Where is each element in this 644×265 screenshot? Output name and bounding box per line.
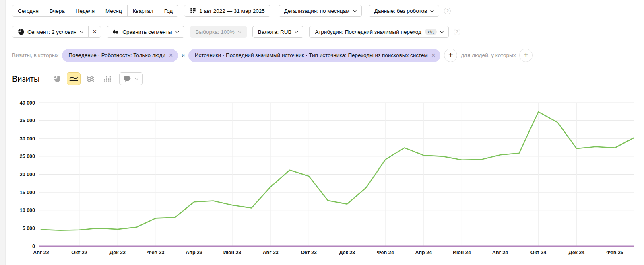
period-month-button[interactable]: Месяц — [100, 5, 128, 17]
pie-segment-icon — [18, 29, 24, 35]
x-axis-tick-label: Дек 23 — [339, 250, 355, 255]
x-axis-tick-label: Июн 23 — [223, 250, 242, 255]
date-range-button[interactable]: 1 авг 2022 — 31 мар 2025 — [184, 5, 270, 17]
x-axis-tick-label: Авг 24 — [492, 250, 508, 255]
y-axis-tick-label: 25 000 — [20, 154, 35, 159]
period-year-button[interactable]: Год — [159, 5, 179, 17]
y-axis-tick-label: 10 000 — [20, 207, 35, 213]
chevron-down-icon — [353, 8, 357, 12]
x-axis-tick-label: Фев 23 — [147, 250, 165, 255]
chevron-down-icon — [440, 29, 444, 33]
metrica-report-page: Сегодня Вчера Неделя Месяц Квартал Год 1… — [0, 0, 644, 261]
help-icon[interactable]: ? — [444, 8, 451, 14]
x-axis-tick-label: Апр 23 — [186, 250, 202, 255]
pie-chart-icon — [53, 75, 60, 82]
remove-filter-icon[interactable]: × — [431, 52, 435, 59]
y-axis-tick-label: 40 000 — [20, 100, 35, 106]
toolbar-row-segments: Сегмент: 2 условия × Сравнить сегменты В… — [12, 26, 644, 38]
currency-label: Валюта: RUB — [258, 29, 292, 35]
sampling-label: Выборка: 100% — [196, 29, 235, 35]
detalization-label: Детализация: по месяцам — [284, 8, 350, 14]
sampling-dropdown[interactable]: Выборка: 100% — [190, 26, 247, 38]
segment-dropdown[interactable]: Сегмент: 2 условия — [12, 26, 89, 38]
x-axis-tick-label: Дек 24 — [569, 250, 585, 255]
x-axis-tick-label: Фев 25 — [606, 250, 623, 255]
chevron-down-icon — [80, 29, 84, 33]
toolbar-row-periods: Сегодня Вчера Неделя Месяц Квартал Год 1… — [12, 5, 644, 17]
drops-icon — [112, 29, 119, 35]
filter-chip-robots[interactable]: Поведение · Роботность: Только люди × — [62, 49, 178, 62]
filter-prefix-label: Визиты, в которых — [12, 52, 58, 58]
y-axis-tick-label: 5 000 — [23, 226, 35, 231]
x-axis-tick-label: Окт 22 — [71, 250, 87, 255]
chart-type-switcher — [50, 72, 143, 85]
currency-dropdown[interactable]: Валюта: RUB — [252, 26, 304, 38]
filter-chip-label: Поведение · Роботность: Только люди — [68, 52, 165, 58]
x-axis-tick-label: Апр 24 — [415, 250, 432, 255]
chevron-down-icon — [175, 29, 179, 33]
chevron-down-icon — [295, 29, 299, 33]
compare-segments-label: Сравнить сегменты — [122, 29, 172, 35]
metric-title: Визиты — [12, 74, 39, 84]
filter-chip-label: Источники · Последний значимый источник … — [195, 52, 428, 58]
calendar-grid-icon — [190, 8, 196, 14]
filter-chips-row: Визиты, в которых Поведение · Роботность… — [12, 49, 644, 62]
x-axis-tick-label: Окт 24 — [530, 250, 547, 255]
annotations-dropdown[interactable] — [119, 72, 143, 85]
filter-chip-source[interactable]: Источники · Последний значимый источник … — [188, 49, 440, 62]
pie-chart-type-button[interactable] — [50, 72, 64, 85]
columns-chart-icon — [104, 76, 111, 82]
period-week-button[interactable]: Неделя — [70, 5, 100, 17]
x-axis-tick-label: Авг 22 — [33, 250, 49, 255]
help-icon[interactable]: ? — [454, 29, 460, 35]
y-axis-tick-label: 35 000 — [20, 118, 35, 123]
metric-header-row: Визиты — [12, 72, 644, 85]
period-today-button[interactable]: Сегодня — [12, 5, 44, 17]
period-button-group: Сегодня Вчера Неделя Месяц Квартал Год — [12, 5, 178, 17]
date-range-label: 1 авг 2022 — 31 мар 2025 — [199, 8, 265, 14]
x-axis-tick-label: Дек 22 — [109, 250, 126, 255]
compare-segments-dropdown[interactable]: Сравнить сегменты — [107, 26, 184, 38]
y-axis-tick-label: 0 — [32, 244, 35, 249]
period-yesterday-button[interactable]: Вчера — [44, 5, 70, 17]
stacked-lines-icon — [87, 76, 95, 82]
attribution-label: Атрибуция: Последний значимый переход — [315, 29, 421, 35]
attribution-model-badge: к/д — [425, 29, 437, 35]
chevron-down-icon — [430, 8, 434, 12]
attribution-dropdown[interactable]: Атрибуция: Последний значимый переход к/… — [309, 26, 448, 38]
segment-label: Сегмент: 2 условия — [27, 29, 76, 35]
y-axis-tick-label: 20 000 — [20, 172, 35, 177]
visits-line — [41, 112, 634, 230]
add-user-condition-button[interactable]: + — [519, 49, 533, 62]
segment-clear-button[interactable]: × — [88, 26, 101, 38]
filter-suffix-label: для людей, у которых — [461, 52, 516, 58]
detalization-dropdown[interactable]: Детализация: по месяцам — [279, 5, 362, 17]
data-mode-dropdown[interactable]: Данные: без роботов — [369, 5, 440, 17]
filter-conjunction: и — [182, 52, 185, 58]
y-axis-tick-label: 30 000 — [20, 136, 35, 142]
comment-bubble-icon — [124, 76, 131, 82]
x-axis-tick-label: Фев 24 — [377, 250, 394, 255]
x-axis-tick-label: Окт 23 — [301, 250, 317, 255]
line-chart-icon — [69, 76, 78, 82]
chevron-down-icon — [135, 76, 139, 80]
visits-chart: 05 00010 00015 00020 00025 00030 00035 0… — [14, 98, 636, 261]
stacked-area-type-button[interactable] — [84, 72, 97, 85]
y-axis-tick-label: 15 000 — [20, 190, 35, 195]
data-mode-label: Данные: без роботов — [374, 8, 427, 14]
remove-filter-icon[interactable]: × — [169, 52, 173, 59]
x-axis-tick-label: Авг 23 — [263, 250, 279, 255]
chevron-down-icon — [237, 29, 242, 33]
add-visit-condition-button[interactable]: + — [444, 49, 457, 62]
columns-chart-type-button[interactable] — [101, 72, 114, 85]
line-chart-type-button[interactable] — [67, 72, 80, 85]
x-axis-tick-label: Июн 24 — [453, 250, 471, 255]
period-quarter-button[interactable]: Квартал — [127, 5, 159, 17]
